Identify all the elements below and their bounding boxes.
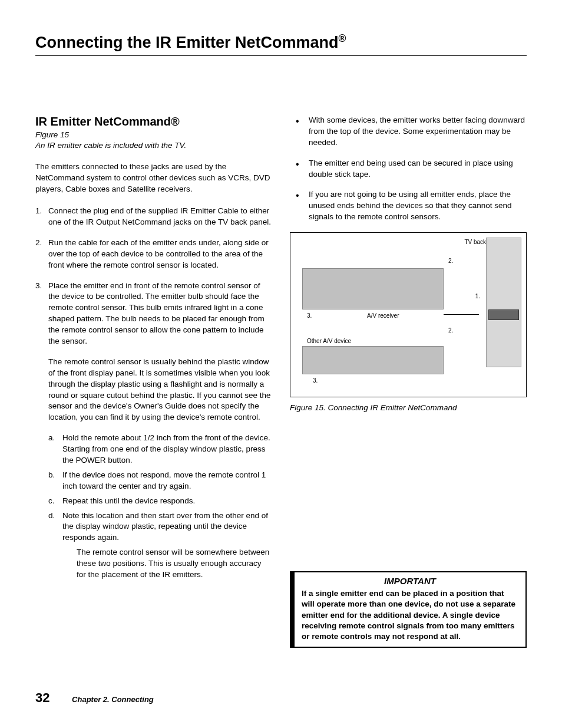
step-1: Connect the plug end of the supplied IR …: [35, 206, 272, 228]
sub-step-b: If the device does not respond, move the…: [48, 470, 272, 492]
left-column: IR Emitter NetCommand® Figure 15 An IR e…: [35, 115, 272, 648]
sub-step-d-text: Note this location and then start over f…: [62, 511, 268, 542]
main-steps-list: Connect the plug end of the supplied IR …: [35, 206, 272, 581]
bullet-2: The emitter end being used can be secure…: [290, 158, 527, 180]
bullet-3: If you are not going to be using all emi…: [290, 189, 527, 223]
step-3-paragraph: The remote control sensor is usually beh…: [48, 357, 272, 423]
registered-mark: ®: [339, 32, 346, 44]
bullet-list: With some devices, the emitter works bet…: [290, 115, 527, 223]
ir-jack: [488, 309, 519, 320]
page-title-text: Connecting the IR Emitter NetCommand: [35, 34, 339, 51]
important-text: If a single emitter end can be placed in…: [302, 588, 518, 642]
right-column: With some devices, the emitter works bet…: [290, 115, 527, 648]
other-av-device-box: [302, 346, 444, 374]
page-title: Connecting the IR Emitter NetCommand®: [35, 32, 527, 52]
intro-paragraph: The emitters connected to these jacks ar…: [35, 162, 272, 195]
figure-ref-line2: An IR emitter cable is included with the…: [35, 141, 186, 150]
callout-2b: 2.: [448, 327, 453, 334]
other-device-label: Other A/V device: [307, 338, 351, 344]
figure-reference: Figure 15 An IR emitter cable is include…: [35, 130, 272, 151]
content-columns: IR Emitter NetCommand® Figure 15 An IR e…: [35, 115, 527, 648]
sub-steps-list: Hold the remote about 1/2 inch from the …: [48, 433, 272, 581]
callout-1: 1.: [475, 293, 480, 299]
figure-diagram: TV back panel detail A/V receiver Other …: [290, 232, 527, 397]
sub-step-d-paragraph: The remote control sensor will be somewh…: [62, 547, 272, 581]
tv-back-panel: [486, 238, 521, 367]
section-heading: IR Emitter NetCommand®: [35, 115, 272, 129]
step-3-text: Place the emitter end in front of the re…: [48, 281, 265, 345]
sub-step-d: Note this location and then start over f…: [48, 510, 272, 581]
step-2: Run the cable for each of the emitter en…: [35, 238, 272, 271]
step-3: Place the emitter end in front of the re…: [35, 281, 272, 581]
cable-line: [444, 314, 479, 315]
important-box: IMPORTANT If a single emitter end can be…: [290, 571, 527, 648]
title-rule: [35, 55, 527, 56]
av-receiver-box: [302, 268, 444, 309]
sub-step-a: Hold the remote about 1/2 inch from the …: [48, 433, 272, 466]
sub-step-c: Repeat this until the device responds.: [48, 496, 272, 507]
figure-caption: Figure 15. Connecting IR Emitter NetComm…: [290, 403, 527, 412]
important-title: IMPORTANT: [302, 576, 518, 586]
page-number: 32: [35, 690, 49, 705]
callout-2a: 2.: [448, 258, 453, 264]
callout-3a: 3.: [307, 312, 312, 319]
bullet-1: With some devices, the emitter works bet…: [290, 115, 527, 149]
figure-ref-line1: Figure 15: [35, 130, 69, 139]
chapter-label: Chapter 2. Connecting: [72, 695, 154, 704]
callout-3b: 3.: [313, 377, 318, 384]
page-footer: 32 Chapter 2. Connecting: [35, 690, 154, 706]
receiver-label: A/V receiver: [367, 312, 399, 319]
